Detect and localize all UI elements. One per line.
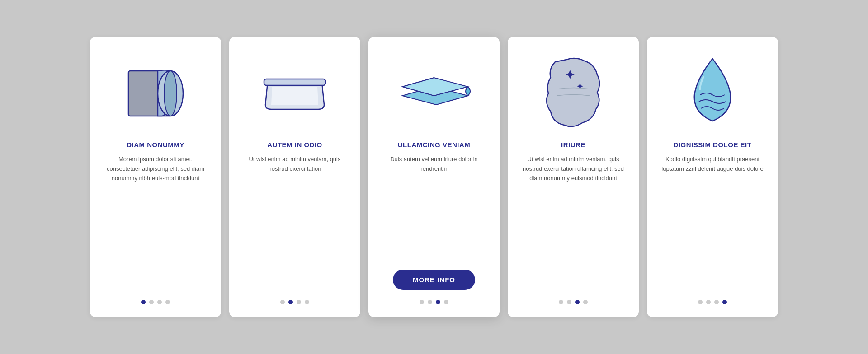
dot-5-2 bbox=[706, 300, 711, 304]
card-2-text: Ut wisi enim ad minim veniam, quis nostr… bbox=[240, 155, 349, 290]
mat-roll-icon bbox=[115, 51, 196, 132]
card-3-text: Duis autem vel eum iriure dolor in hendr… bbox=[379, 155, 489, 260]
sparkle-cloth-icon bbox=[533, 51, 614, 132]
card-2-dots bbox=[280, 300, 309, 304]
card-4-title: IRIURE bbox=[561, 141, 585, 149]
dot-2-1 bbox=[280, 300, 285, 304]
dot-3-2 bbox=[428, 300, 432, 304]
water-drop-icon bbox=[672, 51, 753, 132]
dot-4-2 bbox=[567, 300, 571, 304]
card-4: IRIURE Ut wisi enim ad minim veniam, qui… bbox=[508, 37, 639, 317]
card-4-dots bbox=[559, 300, 588, 304]
card-2-title: AUTEM IN ODIO bbox=[267, 141, 322, 149]
card-1-dots bbox=[141, 300, 170, 304]
dot-1-1 bbox=[141, 300, 146, 304]
dot-3-4 bbox=[444, 300, 448, 304]
dot-2-3 bbox=[297, 300, 301, 304]
dot-1-3 bbox=[157, 300, 162, 304]
card-3-dots bbox=[420, 300, 448, 304]
cards-container: DIAM NONUMMY Morem ipsum dolor sit amet,… bbox=[72, 19, 796, 335]
dot-5-4 bbox=[722, 300, 727, 304]
card-3-title: ULLAMCING VENIAM bbox=[398, 141, 471, 149]
dot-1-2 bbox=[149, 300, 154, 304]
dot-5-1 bbox=[698, 300, 703, 304]
card-2: AUTEM IN ODIO Ut wisi enim ad minim veni… bbox=[229, 37, 360, 317]
card-1: DIAM NONUMMY Morem ipsum dolor sit amet,… bbox=[90, 37, 221, 317]
sheet-icon bbox=[393, 51, 475, 132]
card-5-dots bbox=[698, 300, 727, 304]
dot-3-3 bbox=[436, 300, 440, 304]
card-5-title: DIGNISSIM DOLOE EIT bbox=[674, 141, 752, 149]
card-3: ULLAMCING VENIAM Duis autem vel eum iriu… bbox=[368, 37, 500, 317]
dot-4-3 bbox=[575, 300, 580, 304]
card-1-title: DIAM NONUMMY bbox=[127, 141, 184, 149]
card-4-text: Ut wisi enim ad minim veniam, quis nostr… bbox=[519, 155, 628, 290]
dot-5-3 bbox=[714, 300, 719, 304]
dot-4-1 bbox=[559, 300, 563, 304]
card-5-text: Kodio dignissim qui blandit praesent lup… bbox=[658, 155, 767, 290]
dot-2-2 bbox=[288, 300, 293, 304]
svg-point-2 bbox=[164, 71, 177, 116]
card-1-text: Morem ipsum dolor sit amet, consectetuer… bbox=[101, 155, 210, 290]
card-5: DIGNISSIM DOLOE EIT Kodio dignissim qui … bbox=[647, 37, 778, 317]
dot-4-4 bbox=[583, 300, 588, 304]
svg-rect-3 bbox=[264, 79, 326, 85]
more-info-button[interactable]: MORE INFO bbox=[393, 270, 475, 290]
dot-3-1 bbox=[420, 300, 424, 304]
tray-icon bbox=[254, 51, 335, 132]
dot-2-4 bbox=[305, 300, 309, 304]
dot-1-4 bbox=[165, 300, 170, 304]
